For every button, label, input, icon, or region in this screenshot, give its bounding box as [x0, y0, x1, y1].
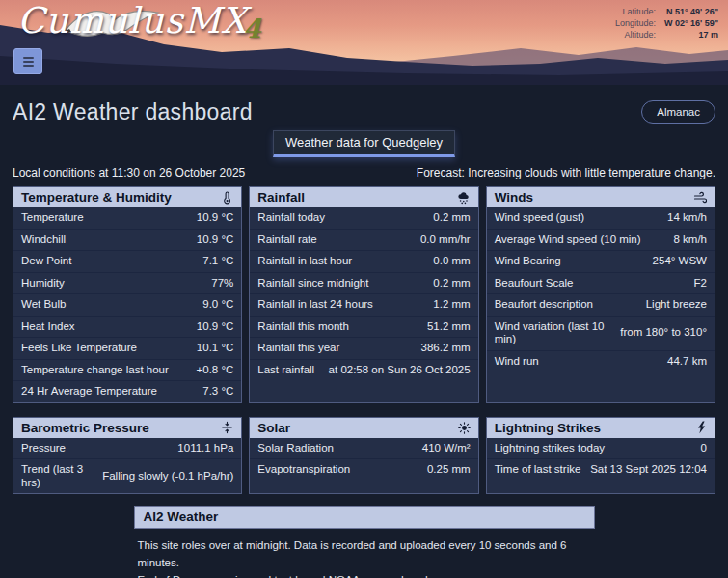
row-value: 77% [211, 277, 233, 290]
row-label: Windchill [21, 234, 66, 247]
row-value: 410 W/m² [422, 442, 471, 455]
table-row: 24 Hr Average Temperature7.3 °C [13, 380, 241, 402]
panel-winds: Winds Wind speed (gust)14 km/h Average W… [486, 186, 715, 403]
table-row: Evapotranspiration0.25 mm [250, 458, 477, 481]
row-value: 7.3 °C [202, 385, 233, 399]
station-subtitle: Weather data for Quedgeley [273, 130, 455, 157]
row-value: 0 [701, 442, 707, 455]
panel-title: Winds [495, 190, 533, 205]
row-label: Time of last strike [495, 463, 581, 477]
panel-temperature-humidity: Temperature & Humidity Temperature10.9 °… [13, 186, 242, 403]
table-row: Rainfall in last 24 hours1.2 mm [250, 293, 477, 316]
row-value: 7.1 °C [202, 255, 233, 268]
row-label: Rainfall since midnight [257, 277, 368, 290]
row-value: 1.2 mm [433, 298, 470, 312]
table-row: Rainfall this year386.2 mm [250, 337, 477, 359]
table-row: Rainfall since midnight0.2 mm [250, 272, 477, 294]
row-value: 9.0 °C [202, 298, 233, 312]
table-row: Wind speed (gust)14 km/h [487, 207, 715, 229]
latitude-value: N 51° 49' 26" [664, 7, 718, 16]
table-row: Average Wind speed (10 min)8 km/h [487, 229, 715, 251]
site-info-text: This site roles over at midnight. Data i… [134, 537, 595, 578]
panel-title: Lightning Strikes [495, 421, 601, 435]
table-row: Beaufourt ScaleF2 [487, 272, 715, 294]
row-value: 0.2 mm [433, 211, 470, 225]
page-title: AI2 Weather dashboard [13, 99, 253, 125]
table-row: Rainfall today0.2 mm [250, 207, 477, 229]
table-row: Last rainfallat 02:58 on Sun 26 Oct 2025 [250, 359, 477, 381]
table-row: Rainfall this month51.2 mm [250, 316, 477, 338]
row-label: Rainfall this month [257, 320, 349, 334]
row-value: 0.0 mm/hr [420, 234, 471, 247]
row-label: Dew Point [21, 255, 71, 268]
row-label: Rainfall this year [257, 342, 339, 355]
row-label: Beaufort description [495, 298, 593, 312]
hamburger-icon [23, 61, 34, 63]
local-conditions-text: Local conditions at 11:30 on 26 October … [13, 166, 245, 179]
row-label: Wind run [495, 355, 539, 369]
row-label: Temperature [21, 211, 84, 225]
row-value: 0.25 mm [427, 463, 471, 477]
almanac-button[interactable]: Almanac [641, 100, 715, 124]
table-row: Solar Radiation410 W/m² [250, 438, 477, 459]
thermometer-icon [221, 191, 233, 205]
row-value: +0.8 °C [197, 364, 234, 377]
row-label: Feels Like Temperature [21, 342, 137, 355]
row-value: 10.9 °C [197, 320, 233, 334]
row-label: Average Wind speed (10 min) [495, 234, 641, 247]
row-value: 51.2 mm [427, 320, 471, 334]
row-value: 8 km/h [673, 234, 707, 247]
panel-rainfall: Rainfall Rainfall today0.2 mm Rainfall r… [249, 186, 478, 403]
sun-icon [458, 422, 471, 434]
row-label: Rainfall rate [257, 234, 316, 247]
table-row: Rainfall rate0.0 mm/hr [250, 229, 477, 251]
logo-text: CumulusMX [17, 0, 248, 41]
table-row: Pressure1011.1 hPa [13, 438, 241, 459]
row-value: 44.7 km [667, 355, 707, 369]
row-label: Solar Radiation [257, 442, 334, 455]
table-row: Wind variation (last 10 min)from 180° to… [487, 316, 715, 350]
panel-lightning-strikes: Lightning Strikes Lightning strikes toda… [486, 417, 715, 495]
row-value: 386.2 mm [421, 342, 471, 355]
row-value: 1011.1 hPa [177, 442, 233, 455]
arrows-collapse-icon [221, 421, 233, 434]
row-value: 10.9 °C [197, 234, 233, 247]
altitude-value: 17 m [664, 30, 718, 40]
row-value: 0.0 mm [433, 255, 470, 268]
row-label: Beaufourt Scale [495, 277, 574, 290]
row-value: F2 [694, 277, 707, 290]
row-value: Falling slowly (-0.1 hPa/hr) [102, 470, 233, 483]
row-value: from 180° to 310° [620, 326, 707, 340]
site-info-section: AI2 Weather This site roles over at midn… [134, 506, 595, 578]
cumulusmx-logo: CumulusMX4 [17, 0, 261, 43]
panel-title: Barometric Pressure [21, 421, 149, 435]
row-label: Rainfall in last hour [257, 255, 352, 268]
row-value: 14 km/h [667, 211, 707, 225]
site-info-line: This site roles over at midnight. Data i… [138, 537, 591, 572]
row-label: Rainfall today [257, 211, 325, 225]
table-row: Trend (last 3 hrs)Falling slowly (-0.1 h… [13, 458, 241, 493]
row-label: Humidity [21, 277, 65, 290]
table-row: Beaufort descriptionLight breeze [487, 293, 715, 316]
row-label: Wind speed (gust) [495, 211, 584, 225]
table-row: Wet Bulb9.0 °C [13, 293, 241, 316]
row-value: 0.2 mm [433, 277, 470, 290]
panel-barometric-pressure: Barometric Pressure Pressure1011.1 hPa T… [13, 417, 242, 495]
table-row: Dew Point7.1 °C [13, 250, 241, 272]
site-info-line: End of Day summaries and text based NOAA… [138, 572, 591, 578]
row-value: Sat 13 Sept 2025 12:04 [590, 463, 707, 477]
station-location: Latitude: N 51° 49' 26" Longitude: W 02°… [615, 7, 718, 40]
site-info-title: AI2 Weather [134, 506, 595, 529]
table-row: Lightning strikes today0 [487, 438, 715, 459]
main-content: AI2 Weather dashboard Almanac Weather da… [0, 97, 728, 578]
table-row: Temperature10.9 °C [13, 207, 241, 229]
row-value: 10.1 °C [197, 342, 233, 355]
row-label: Wind variation (last 10 min) [495, 320, 615, 346]
table-row: Windchill10.9 °C [13, 229, 241, 251]
row-label: 24 Hr Average Temperature [21, 385, 157, 399]
menu-button[interactable] [13, 48, 42, 74]
panel-solar: Solar Solar Radiation410 W/m² Evapotrans… [249, 417, 478, 495]
panel-title: Solar [257, 421, 290, 435]
table-row: Humidity77% [13, 272, 241, 294]
latitude-label: Latitude: [615, 7, 656, 16]
